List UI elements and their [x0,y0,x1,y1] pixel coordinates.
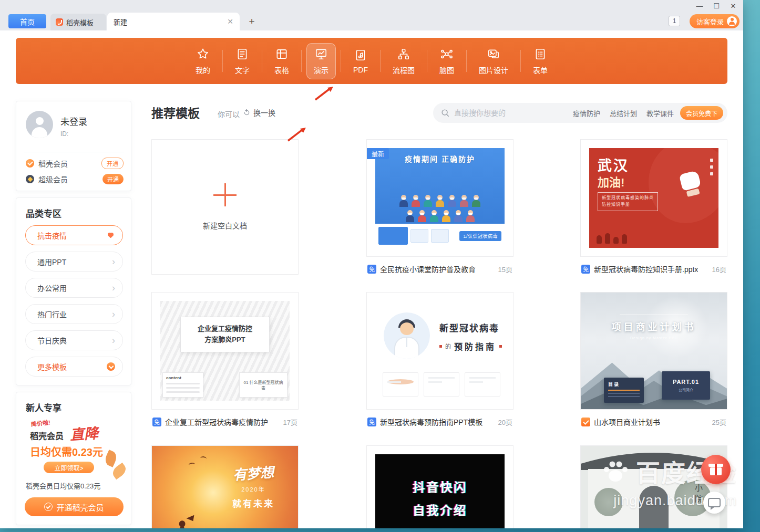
template-card[interactable]: 小院 [580,445,727,528]
template-caption: 免 新型冠状病毒预防指南PPT模板 20页 [366,416,513,427]
divider [222,50,223,72]
template-pages: 16页 [712,264,726,274]
open-docer-member-button[interactable]: 开通 [101,158,124,169]
template-pages: 25页 [712,417,726,427]
new-tab-button[interactable]: + [245,15,259,28]
tab-new-document[interactable]: 新建 ✕ [107,13,240,30]
category-item-industry[interactable]: 热门行业 › [25,304,123,324]
category-item-office[interactable]: 办公常用 › [25,278,123,298]
template-card[interactable]: 有梦想 2020年 就有未来 [151,445,299,528]
banner-item-flowchart[interactable]: 流程图 [385,43,422,79]
user-id-label: ID: [60,130,68,138]
chevron-right-icon: › [112,336,115,345]
text-doc-icon [235,47,249,61]
bird-icon [189,462,196,467]
maximize-icon[interactable]: ☐ [712,2,721,10]
desktop: 首页 稻壳模板 新建 ✕ + 1 访客登录 — ☐ ✕ [0,0,760,532]
poster-center-card: 企业复工疫情防控 方案肺炎PPT [180,317,270,352]
category-label: 通用PPT [37,256,66,267]
bird-icon [200,456,207,461]
banner-item-my[interactable]: 我的 [188,43,218,79]
form-icon [533,47,547,61]
avatar[interactable] [26,111,53,138]
template-poster: 新型冠状病毒 的 预防指南 [375,301,505,401]
super-member-icon [26,175,34,183]
poster-title: 抖音快闪 [375,477,505,495]
feedback-chat-button[interactable] [703,492,725,514]
category-item-festival[interactable]: 节日庆典 › [25,330,123,350]
open-super-member-button[interactable]: 开通 [102,174,124,184]
category-item-more-templates[interactable]: 更多模板 [25,357,123,377]
promo-ribbon: 降价啦! [30,418,50,428]
title-bar: 首页 稻壳模板 新建 ✕ + 1 访客登录 — ☐ ✕ [0,0,743,30]
leaf-decoration [103,450,119,467]
presentation-icon [314,47,328,61]
open-docer-member-cta-button[interactable]: 开通稻壳会员 [25,497,124,516]
search-bar[interactable]: 疫情防护 总结计划 教学课件 会员免费下 [433,103,727,123]
category-item-general-ppt[interactable]: 通用PPT › [25,252,123,272]
tree-shape [594,488,623,516]
banner-item-mindmap[interactable]: 脑图 [432,43,461,79]
docer-member-row: 稻壳会员 开通 [26,157,124,170]
search-input[interactable] [453,108,567,118]
banner-item-writer[interactable]: 文字 [228,43,257,79]
tab-label: 新建 [114,17,127,27]
search-tag[interactable]: 疫情防护 [573,108,600,118]
banner-item-spreadsheet[interactable]: 表格 [267,43,296,79]
template-card[interactable]: 企业复工疫情防控 方案肺炎PPT content 01 什么是新型冠状病毒 免 … [151,292,299,427]
category-label: 节日庆典 [37,335,67,346]
tab-count-badge[interactable]: 1 [669,16,680,26]
guest-login-button[interactable]: 访客登录 [690,14,740,28]
close-tab-icon[interactable]: ✕ [227,17,233,26]
crowd-illustration [375,215,505,222]
banner-item-pdf[interactable]: PDF [346,44,375,78]
search-tag[interactable]: 总结计划 [610,108,637,118]
flowchart-icon [397,47,410,61]
template-pages: 20页 [498,417,512,427]
close-icon[interactable]: ✕ [728,2,738,10]
banner-item-form[interactable]: 表单 [526,43,555,79]
minimize-icon[interactable]: — [695,2,704,10]
poster-chip: 1/认识冠状病毒 [459,231,501,241]
divider [427,50,427,72]
poster-title: 小院 [693,484,704,506]
user-avatar-icon [727,16,737,26]
promo-price: 日均仅需0.23元 [30,444,103,459]
search-tag[interactable]: 教学课件 [646,108,674,118]
divider [380,50,381,72]
template-card[interactable]: 抖音快闪 自我介绍 91页自带音乐动画-抖音快闪通用PPT [366,445,513,528]
tab-docer-templates[interactable]: 稻壳模板 [50,14,106,30]
family-silhouette [597,233,627,244]
poster-title: 加油! [598,173,624,190]
image-design-icon [487,47,500,61]
member-free-download-tag[interactable]: 会员免费下 [680,106,723,120]
crowd-illustration [375,200,505,207]
template-grid: 新建空白文档 最新 疫情期间 正确防护 [151,139,730,528]
banner-item-image-design[interactable]: 图片设计 [471,43,516,79]
home-tab-button[interactable]: 首页 [8,14,46,28]
super-member-row: 超级会员 开通 [26,173,124,185]
member-label: 超级会员 [38,174,68,184]
template-poster: 企业复工疫情防控 方案肺炎PPT content 01 什么是新型冠状病毒 [160,301,290,401]
shuffle-templates-button[interactable]: 换一换 [243,107,275,118]
gift-float-button[interactable] [701,455,731,484]
slide-thumbs [383,372,500,397]
template-pages: 15页 [498,264,512,274]
spreadsheet-icon [275,47,289,61]
download-icon [107,362,115,371]
template-card[interactable]: 武汉 加油! 新型冠状病毒感染的肺炎 防控知识手册 免 新型冠状病毒防控知识手册… [580,139,727,274]
banner-item-presentation[interactable]: 演示 [306,43,336,79]
blank-document-card[interactable]: 新建空白文档 [151,139,299,275]
template-pages: 17页 [283,417,297,427]
divider [341,50,341,72]
template-card[interactable]: 最新 疫情期间 正确防护 1/认识冠状病毒 [366,139,513,274]
window-controls: — ☐ ✕ [695,2,738,10]
template-caption: 免 全民抗疫小课堂防护普及教育 15页 [366,264,513,274]
new-user-promo-card: 新人专享 降价啦! 稻壳会员 直降 日均仅需0.23元 立即领取> 稻壳会员日均… [16,392,131,525]
slide-thumb: content [162,372,203,398]
category-item-epidemic[interactable]: 抗击疫情 [25,225,123,245]
claim-now-button[interactable]: 立即领取> [44,462,94,473]
template-title: 全民抗疫小课堂防护普及教育 [380,264,476,274]
template-card[interactable]: 新型冠状病毒 的 预防指南 [366,292,513,427]
template-card[interactable]: 项目商业计划书 Design by Master PPT 目录 PART.01 … [580,292,727,427]
